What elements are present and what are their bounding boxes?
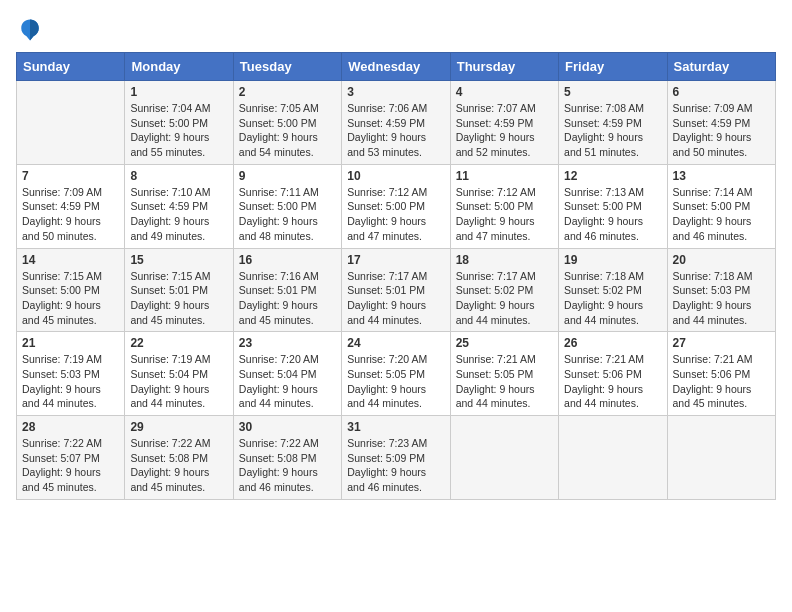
calendar-cell: 19Sunrise: 7:18 AM Sunset: 5:02 PM Dayli…: [559, 248, 667, 332]
calendar-cell: 12Sunrise: 7:13 AM Sunset: 5:00 PM Dayli…: [559, 164, 667, 248]
calendar-cell: 28Sunrise: 7:22 AM Sunset: 5:07 PM Dayli…: [17, 416, 125, 500]
calendar-cell: 9Sunrise: 7:11 AM Sunset: 5:00 PM Daylig…: [233, 164, 341, 248]
day-info: Sunrise: 7:13 AM Sunset: 5:00 PM Dayligh…: [564, 185, 661, 244]
calendar-cell: 18Sunrise: 7:17 AM Sunset: 5:02 PM Dayli…: [450, 248, 558, 332]
header-day-thursday: Thursday: [450, 53, 558, 81]
day-info: Sunrise: 7:12 AM Sunset: 5:00 PM Dayligh…: [456, 185, 553, 244]
day-number: 15: [130, 253, 227, 267]
header-day-monday: Monday: [125, 53, 233, 81]
header-row: SundayMondayTuesdayWednesdayThursdayFrid…: [17, 53, 776, 81]
calendar-cell: [559, 416, 667, 500]
page-header: [16, 16, 776, 44]
calendar-cell: 5Sunrise: 7:08 AM Sunset: 4:59 PM Daylig…: [559, 81, 667, 165]
logo-icon: [16, 16, 44, 44]
day-number: 16: [239, 253, 336, 267]
calendar-cell: 1Sunrise: 7:04 AM Sunset: 5:00 PM Daylig…: [125, 81, 233, 165]
day-number: 11: [456, 169, 553, 183]
day-number: 3: [347, 85, 444, 99]
calendar-cell: 23Sunrise: 7:20 AM Sunset: 5:04 PM Dayli…: [233, 332, 341, 416]
day-number: 8: [130, 169, 227, 183]
day-info: Sunrise: 7:12 AM Sunset: 5:00 PM Dayligh…: [347, 185, 444, 244]
day-number: 1: [130, 85, 227, 99]
day-number: 4: [456, 85, 553, 99]
calendar-cell: 6Sunrise: 7:09 AM Sunset: 4:59 PM Daylig…: [667, 81, 775, 165]
day-number: 6: [673, 85, 770, 99]
day-info: Sunrise: 7:04 AM Sunset: 5:00 PM Dayligh…: [130, 101, 227, 160]
header-day-wednesday: Wednesday: [342, 53, 450, 81]
day-number: 27: [673, 336, 770, 350]
day-info: Sunrise: 7:22 AM Sunset: 5:07 PM Dayligh…: [22, 436, 119, 495]
day-number: 23: [239, 336, 336, 350]
day-number: 22: [130, 336, 227, 350]
day-number: 28: [22, 420, 119, 434]
calendar-cell: 17Sunrise: 7:17 AM Sunset: 5:01 PM Dayli…: [342, 248, 450, 332]
week-row-5: 28Sunrise: 7:22 AM Sunset: 5:07 PM Dayli…: [17, 416, 776, 500]
day-info: Sunrise: 7:17 AM Sunset: 5:01 PM Dayligh…: [347, 269, 444, 328]
calendar-cell: 27Sunrise: 7:21 AM Sunset: 5:06 PM Dayli…: [667, 332, 775, 416]
day-info: Sunrise: 7:22 AM Sunset: 5:08 PM Dayligh…: [239, 436, 336, 495]
day-info: Sunrise: 7:21 AM Sunset: 5:06 PM Dayligh…: [564, 352, 661, 411]
calendar-cell: 22Sunrise: 7:19 AM Sunset: 5:04 PM Dayli…: [125, 332, 233, 416]
week-row-3: 14Sunrise: 7:15 AM Sunset: 5:00 PM Dayli…: [17, 248, 776, 332]
day-number: 24: [347, 336, 444, 350]
week-row-4: 21Sunrise: 7:19 AM Sunset: 5:03 PM Dayli…: [17, 332, 776, 416]
day-info: Sunrise: 7:20 AM Sunset: 5:05 PM Dayligh…: [347, 352, 444, 411]
day-number: 14: [22, 253, 119, 267]
day-number: 10: [347, 169, 444, 183]
calendar-cell: 20Sunrise: 7:18 AM Sunset: 5:03 PM Dayli…: [667, 248, 775, 332]
day-number: 19: [564, 253, 661, 267]
header-day-friday: Friday: [559, 53, 667, 81]
day-number: 13: [673, 169, 770, 183]
calendar-cell: 26Sunrise: 7:21 AM Sunset: 5:06 PM Dayli…: [559, 332, 667, 416]
calendar-cell: 2Sunrise: 7:05 AM Sunset: 5:00 PM Daylig…: [233, 81, 341, 165]
calendar-cell: [17, 81, 125, 165]
day-info: Sunrise: 7:15 AM Sunset: 5:01 PM Dayligh…: [130, 269, 227, 328]
calendar-header: SundayMondayTuesdayWednesdayThursdayFrid…: [17, 53, 776, 81]
day-info: Sunrise: 7:19 AM Sunset: 5:03 PM Dayligh…: [22, 352, 119, 411]
calendar-cell: 15Sunrise: 7:15 AM Sunset: 5:01 PM Dayli…: [125, 248, 233, 332]
header-day-tuesday: Tuesday: [233, 53, 341, 81]
calendar-cell: 7Sunrise: 7:09 AM Sunset: 4:59 PM Daylig…: [17, 164, 125, 248]
day-info: Sunrise: 7:06 AM Sunset: 4:59 PM Dayligh…: [347, 101, 444, 160]
calendar-cell: 4Sunrise: 7:07 AM Sunset: 4:59 PM Daylig…: [450, 81, 558, 165]
calendar-cell: 8Sunrise: 7:10 AM Sunset: 4:59 PM Daylig…: [125, 164, 233, 248]
calendar-cell: 14Sunrise: 7:15 AM Sunset: 5:00 PM Dayli…: [17, 248, 125, 332]
calendar-cell: 29Sunrise: 7:22 AM Sunset: 5:08 PM Dayli…: [125, 416, 233, 500]
day-info: Sunrise: 7:20 AM Sunset: 5:04 PM Dayligh…: [239, 352, 336, 411]
day-number: 18: [456, 253, 553, 267]
calendar-cell: 10Sunrise: 7:12 AM Sunset: 5:00 PM Dayli…: [342, 164, 450, 248]
week-row-2: 7Sunrise: 7:09 AM Sunset: 4:59 PM Daylig…: [17, 164, 776, 248]
calendar-cell: 16Sunrise: 7:16 AM Sunset: 5:01 PM Dayli…: [233, 248, 341, 332]
day-info: Sunrise: 7:22 AM Sunset: 5:08 PM Dayligh…: [130, 436, 227, 495]
calendar-cell: 24Sunrise: 7:20 AM Sunset: 5:05 PM Dayli…: [342, 332, 450, 416]
day-info: Sunrise: 7:14 AM Sunset: 5:00 PM Dayligh…: [673, 185, 770, 244]
calendar-cell: [667, 416, 775, 500]
day-number: 2: [239, 85, 336, 99]
day-info: Sunrise: 7:17 AM Sunset: 5:02 PM Dayligh…: [456, 269, 553, 328]
day-number: 31: [347, 420, 444, 434]
day-info: Sunrise: 7:09 AM Sunset: 4:59 PM Dayligh…: [22, 185, 119, 244]
day-info: Sunrise: 7:10 AM Sunset: 4:59 PM Dayligh…: [130, 185, 227, 244]
day-info: Sunrise: 7:19 AM Sunset: 5:04 PM Dayligh…: [130, 352, 227, 411]
day-number: 21: [22, 336, 119, 350]
day-info: Sunrise: 7:18 AM Sunset: 5:03 PM Dayligh…: [673, 269, 770, 328]
calendar-cell: 21Sunrise: 7:19 AM Sunset: 5:03 PM Dayli…: [17, 332, 125, 416]
day-info: Sunrise: 7:11 AM Sunset: 5:00 PM Dayligh…: [239, 185, 336, 244]
day-number: 9: [239, 169, 336, 183]
day-number: 26: [564, 336, 661, 350]
calendar-cell: 3Sunrise: 7:06 AM Sunset: 4:59 PM Daylig…: [342, 81, 450, 165]
day-info: Sunrise: 7:21 AM Sunset: 5:05 PM Dayligh…: [456, 352, 553, 411]
day-info: Sunrise: 7:21 AM Sunset: 5:06 PM Dayligh…: [673, 352, 770, 411]
header-day-saturday: Saturday: [667, 53, 775, 81]
day-number: 17: [347, 253, 444, 267]
week-row-1: 1Sunrise: 7:04 AM Sunset: 5:00 PM Daylig…: [17, 81, 776, 165]
day-number: 29: [130, 420, 227, 434]
day-info: Sunrise: 7:09 AM Sunset: 4:59 PM Dayligh…: [673, 101, 770, 160]
header-day-sunday: Sunday: [17, 53, 125, 81]
day-info: Sunrise: 7:18 AM Sunset: 5:02 PM Dayligh…: [564, 269, 661, 328]
calendar-cell: 31Sunrise: 7:23 AM Sunset: 5:09 PM Dayli…: [342, 416, 450, 500]
calendar-table: SundayMondayTuesdayWednesdayThursdayFrid…: [16, 52, 776, 500]
calendar-cell: 30Sunrise: 7:22 AM Sunset: 5:08 PM Dayli…: [233, 416, 341, 500]
calendar-cell: 13Sunrise: 7:14 AM Sunset: 5:00 PM Dayli…: [667, 164, 775, 248]
day-info: Sunrise: 7:08 AM Sunset: 4:59 PM Dayligh…: [564, 101, 661, 160]
